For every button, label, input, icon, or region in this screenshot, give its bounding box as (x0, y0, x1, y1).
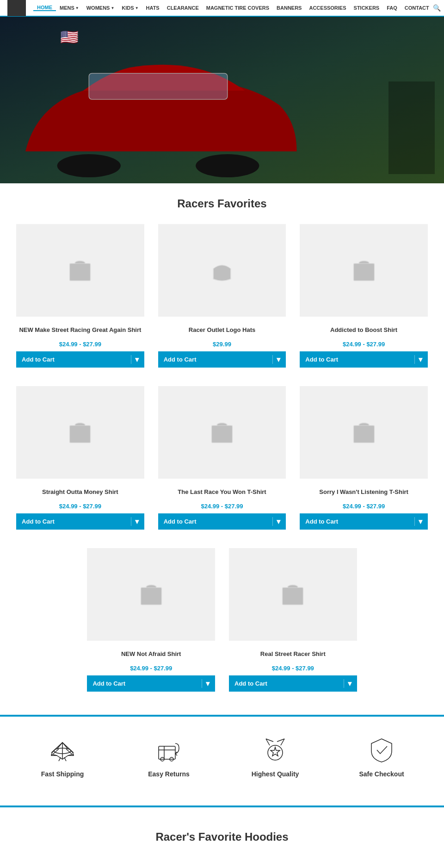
products-row-2: Straight Outta Money Shirt $24.99 - $27.… (0, 381, 444, 543)
products-row-3: NEW Not Afraid Shirt $24.99 - $27.99 Add… (0, 543, 444, 706)
nav-stickers[interactable]: STICKERS (350, 5, 383, 11)
product-card-5: The Last Race You Won T-Shirt $24.99 - $… (151, 381, 293, 534)
product-card-3: Addicted to Boost Shirt $24.99 - $27.99 … (293, 219, 435, 372)
add-to-cart-btn-3[interactable]: Add to Cart ▾ (300, 351, 428, 368)
product-card-8: Real Street Racer Shirt $24.99 - $27.99 … (222, 543, 364, 696)
product-image-3 (300, 224, 428, 317)
product-name-5: The Last Race You Won T-Shirt (178, 483, 266, 500)
plane-icon (48, 735, 77, 765)
add-to-cart-btn-8[interactable]: Add to Cart ▾ (229, 675, 357, 692)
nav-banners[interactable]: BANNERS (273, 5, 305, 11)
nav-contact[interactable]: CONTACT (401, 5, 433, 11)
svg-point-0 (57, 154, 121, 177)
medal-icon (260, 735, 290, 765)
add-to-cart-btn-6[interactable]: Add to Cart ▾ (300, 513, 428, 530)
product-name-8: Real Street Racer Shirt (260, 645, 326, 662)
features-bar: Fast Shipping Easy Returns (0, 717, 444, 796)
hero-banner: 🇺🇸 (0, 17, 444, 183)
hero-flag: 🇺🇸 (60, 28, 79, 46)
svg-point-1 (196, 154, 259, 177)
nav-kids[interactable]: KIDS ▼ (118, 5, 142, 11)
nav-actions: 🔍 👤 Account 🛒 0 (433, 3, 444, 13)
product-price-7: $24.99 - $27.99 (130, 665, 172, 672)
easy-returns-label: Easy Returns (148, 770, 189, 778)
product-image-5 (158, 386, 286, 479)
highest-quality-label: Highest Quality (252, 770, 299, 778)
svg-rect-7 (353, 425, 374, 443)
fast-shipping-label: Fast Shipping (41, 770, 84, 778)
add-to-cart-btn-4[interactable]: Add to Cart ▾ (16, 513, 144, 530)
add-to-cart-btn-7[interactable]: Add to Cart ▾ (87, 675, 215, 692)
nav-mens[interactable]: MENS ▼ (56, 5, 83, 11)
product-price-6: $24.99 - $27.99 (343, 503, 385, 510)
product-image-8 (229, 548, 357, 641)
nav-hats[interactable]: HATS (142, 5, 163, 11)
product-name-2: Racer Outlet Logo Hats (189, 321, 255, 338)
product-price-3: $24.99 - $27.99 (343, 341, 385, 348)
product-name-4: Straight Outta Money Shirt (42, 483, 118, 500)
feature-fast-shipping: Fast Shipping (9, 735, 116, 778)
product-card-1: NEW Make Street Racing Great Again Shirt… (9, 219, 151, 372)
product-name-1: NEW Make Street Racing Great Again Shirt (19, 321, 141, 338)
add-to-cart-btn-2[interactable]: Add to Cart ▾ (158, 351, 286, 368)
search-icon[interactable]: 🔍 (433, 4, 441, 12)
safe-checkout-label: Safe Checkout (359, 770, 404, 778)
svg-rect-6 (212, 425, 233, 443)
svg-marker-15 (271, 747, 280, 756)
favorites-title: Racers Favorites (0, 183, 444, 219)
nav-faq[interactable]: FAQ (383, 5, 401, 11)
hero-person (388, 81, 435, 174)
product-price-8: $24.99 - $27.99 (272, 665, 314, 672)
product-card-6: Sorry I Wasn't Listening T-Shirt $24.99 … (293, 381, 435, 534)
product-price-2: $29.99 (213, 341, 231, 348)
product-name-3: Addicted to Boost Shirt (330, 321, 397, 338)
feature-highest-quality: Highest Quality (222, 735, 328, 778)
nav-womens[interactable]: WOMENS ▼ (83, 5, 118, 11)
product-image-2 (158, 224, 286, 317)
svg-rect-5 (70, 425, 91, 443)
site-logo[interactable] (7, 0, 26, 16)
nav-clearance[interactable]: CLEARANCE (163, 5, 203, 11)
product-image-6 (300, 386, 428, 479)
svg-rect-8 (141, 587, 161, 605)
product-name-7: NEW Not Afraid Shirt (121, 645, 181, 662)
hoodies-section: Racer's Favorite Hoodies (0, 807, 444, 867)
product-name-6: Sorry I Wasn't Listening T-Shirt (319, 483, 408, 500)
product-price-5: $24.99 - $27.99 (201, 503, 243, 510)
svg-rect-4 (353, 263, 374, 281)
product-image-4 (16, 386, 144, 479)
products-row-1: NEW Make Street Racing Great Again Shirt… (0, 219, 444, 381)
nav-links: HOME MENS ▼ WOMENS ▼ KIDS ▼ HATS CLEARAN… (33, 5, 433, 11)
product-card-4: Straight Outta Money Shirt $24.99 - $27.… (9, 381, 151, 534)
hoodies-title: Racer's Favorite Hoodies (0, 821, 444, 853)
add-to-cart-btn-5[interactable]: Add to Cart ▾ (158, 513, 286, 530)
feature-easy-returns: Easy Returns (116, 735, 222, 778)
product-price-1: $24.99 - $27.99 (59, 341, 101, 348)
product-card-7: NEW Not Afraid Shirt $24.99 - $27.99 Add… (80, 543, 222, 696)
svg-rect-9 (283, 587, 303, 605)
return-icon (154, 735, 184, 765)
product-price-4: $24.99 - $27.99 (59, 503, 101, 510)
svg-rect-3 (70, 263, 91, 281)
product-image-1 (16, 224, 144, 317)
svg-rect-11 (159, 746, 175, 759)
nav-tire-covers[interactable]: MAGNETIC TIRE COVERS (203, 5, 273, 11)
nav-accessories[interactable]: ACCESSORIES (305, 5, 350, 11)
shield-icon (367, 735, 396, 765)
feature-safe-checkout: Safe Checkout (328, 735, 435, 778)
product-card-2: Racer Outlet Logo Hats $29.99 Add to Car… (151, 219, 293, 372)
navbar: HOME MENS ▼ WOMENS ▼ KIDS ▼ HATS CLEARAN… (0, 0, 444, 17)
svg-rect-2 (89, 73, 228, 99)
add-to-cart-btn-1[interactable]: Add to Cart ▾ (16, 351, 144, 368)
nav-home[interactable]: HOME (33, 5, 56, 11)
product-image-7 (87, 548, 215, 641)
